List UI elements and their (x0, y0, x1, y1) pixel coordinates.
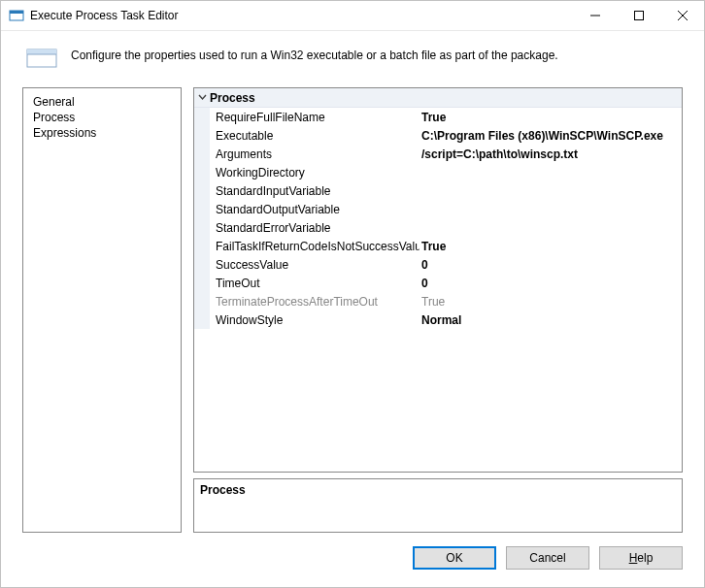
property-row[interactable]: WindowStyleNormal (194, 310, 682, 329)
row-indent (194, 163, 210, 181)
task-icon (26, 47, 57, 70)
property-name: WorkingDirectory (210, 166, 420, 180)
property-name: Executable (210, 129, 420, 143)
property-name: StandardOutputVariable (210, 203, 420, 216)
property-value[interactable]: True (420, 295, 682, 309)
row-indent (194, 237, 210, 255)
property-value[interactable]: C:\Program Files (x86)\WinSCP\WinSCP.exe (420, 129, 682, 143)
right-pane: Process RequireFullFileNameTrueExecutabl… (193, 87, 683, 533)
property-row[interactable]: WorkingDirectory (194, 163, 682, 181)
ok-button[interactable]: OK (413, 546, 496, 570)
property-row[interactable]: StandardErrorVariable (194, 218, 682, 237)
property-grid[interactable]: Process RequireFullFileNameTrueExecutabl… (193, 87, 683, 473)
property-value[interactable]: True (420, 111, 682, 124)
maximize-button[interactable] (617, 2, 660, 30)
row-indent (194, 274, 210, 292)
property-row[interactable]: Arguments/script=C:\path\to\winscp.txt (194, 145, 682, 163)
minimize-button[interactable] (573, 2, 617, 30)
row-indent (194, 145, 210, 163)
property-row[interactable]: StandardInputVariable (194, 181, 682, 200)
property-row[interactable]: RequireFullFileNameTrue (194, 108, 682, 126)
button-row: OK Cancel Help (1, 533, 704, 587)
property-row[interactable]: StandardOutputVariable (194, 200, 682, 218)
row-indent (194, 218, 210, 237)
property-name: Arguments (210, 147, 420, 161)
sidebar-item-process[interactable]: Process (23, 110, 181, 125)
sidebar-item-label: Process (33, 111, 75, 124)
titlebar[interactable]: Execute Process Task Editor (1, 1, 704, 31)
property-row[interactable]: TimeOut0 (194, 274, 682, 292)
property-row[interactable]: ExecutableC:\Program Files (x86)\WinSCP\… (194, 126, 682, 145)
window-title: Execute Process Task Editor (30, 9, 573, 22)
property-row[interactable]: FailTaskIfReturnCodeIsNotSuccessValueTru… (194, 237, 682, 255)
property-value[interactable]: 0 (420, 277, 682, 290)
sidebar-item-general[interactable]: General (23, 94, 181, 110)
sidebar-item-label: Expressions (33, 126, 96, 140)
category-header[interactable]: Process (194, 88, 682, 108)
app-icon (9, 8, 24, 23)
description-panel-title: Process (200, 483, 676, 497)
sidebar-item-label: General (33, 95, 75, 109)
property-value[interactable]: 0 (420, 258, 682, 272)
dialog-window: Execute Process Task Editor Configure th… (0, 0, 705, 588)
row-indent (194, 108, 210, 126)
property-value[interactable]: True (420, 240, 682, 253)
svg-rect-3 (634, 12, 643, 20)
property-name: StandardInputVariable (210, 184, 420, 198)
property-name: TerminateProcessAfterTimeOut (210, 295, 420, 309)
property-name: RequireFullFileName (210, 111, 420, 124)
property-name: TimeOut (210, 277, 420, 290)
svg-rect-7 (27, 49, 56, 54)
description-panel: Process (193, 478, 683, 533)
row-indent (194, 255, 210, 274)
description-text: Configure the properties used to run a W… (71, 47, 558, 62)
close-button[interactable] (660, 2, 704, 30)
property-name: WindowStyle (210, 313, 420, 327)
cancel-button[interactable]: Cancel (506, 546, 589, 570)
property-name: SuccessValue (210, 258, 420, 272)
row-indent (194, 181, 210, 200)
help-button-label: Help (629, 551, 654, 565)
property-name: StandardErrorVariable (210, 221, 420, 235)
row-indent (194, 200, 210, 218)
sidebar-item-expressions[interactable]: Expressions (23, 125, 181, 141)
sidebar: General Process Expressions (22, 87, 182, 533)
property-row[interactable]: TerminateProcessAfterTimeOutTrue (194, 292, 682, 310)
property-value[interactable]: /script=C:\path\to\winscp.txt (420, 147, 682, 161)
help-button[interactable]: Help (599, 546, 683, 570)
row-indent (194, 126, 210, 145)
body-area: General Process Expressions Process (1, 78, 704, 533)
collapse-toggle-icon[interactable] (194, 93, 210, 102)
row-indent (194, 310, 210, 329)
property-value[interactable]: Normal (420, 313, 682, 327)
svg-rect-1 (10, 11, 23, 14)
property-name: FailTaskIfReturnCodeIsNotSuccessValue (210, 240, 420, 253)
cancel-button-label: Cancel (529, 551, 565, 565)
row-indent (194, 292, 210, 310)
category-title: Process (210, 91, 255, 105)
property-rows: RequireFullFileNameTrueExecutableC:\Prog… (194, 108, 682, 329)
property-row[interactable]: SuccessValue0 (194, 255, 682, 274)
ok-button-label: OK (446, 551, 462, 565)
description-row: Configure the properties used to run a W… (1, 31, 704, 78)
